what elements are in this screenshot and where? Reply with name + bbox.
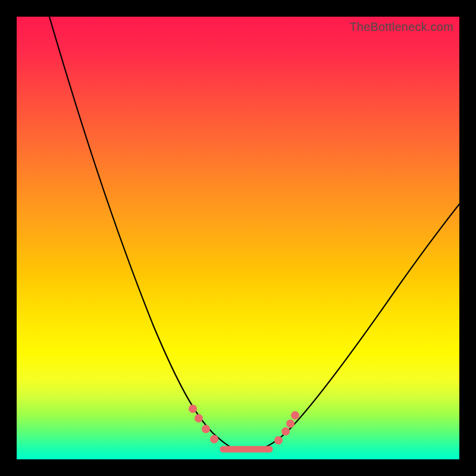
curve-left-branch — [48, 11, 234, 449]
confidence-marker — [291, 411, 299, 419]
confidence-marker — [281, 427, 290, 436]
bottleneck-curve-svg — [17, 17, 459, 459]
confidence-marker — [274, 436, 283, 444]
confidence-marker — [195, 414, 203, 422]
confidence-marker — [210, 435, 218, 443]
plot-area: TheBottleneck.com — [17, 17, 459, 459]
confidence-marker — [286, 419, 295, 428]
confidence-marker — [202, 425, 210, 433]
confidence-marker — [189, 405, 197, 413]
chart-frame: TheBottleneck.com — [0, 0, 476, 476]
curve-right-branch — [261, 198, 464, 449]
